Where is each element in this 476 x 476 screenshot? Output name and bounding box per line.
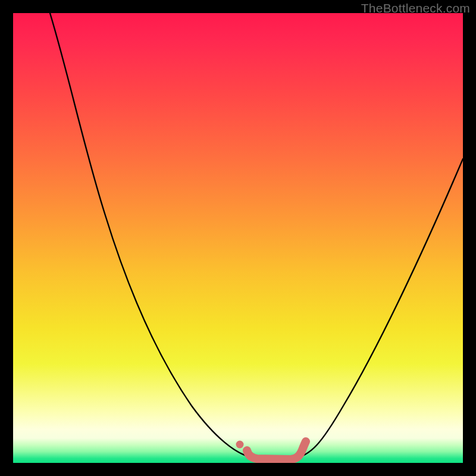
chart-frame: TheBottleneck.com bbox=[0, 0, 476, 476]
trough-band bbox=[247, 441, 306, 459]
bottleneck-curve bbox=[50, 13, 463, 458]
watermark-text: TheBottleneck.com bbox=[361, 1, 470, 15]
trough-dot bbox=[236, 441, 244, 449]
plot-area bbox=[13, 13, 463, 463]
curve-layer bbox=[13, 13, 463, 463]
